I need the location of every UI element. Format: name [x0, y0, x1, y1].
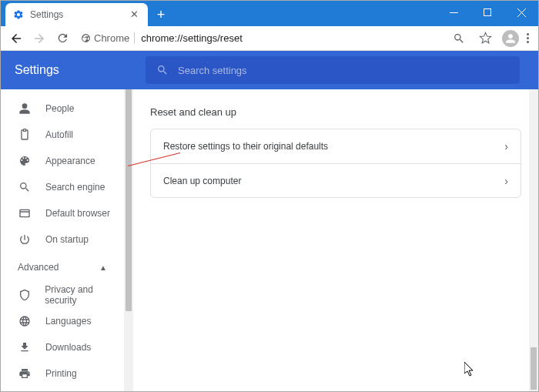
sidebar-item-people[interactable]: People — [1, 95, 124, 122]
settings-search[interactable]: Search settings — [146, 56, 520, 84]
print-icon — [18, 367, 32, 380]
search-placeholder: Search settings — [178, 65, 247, 76]
tab-title: Settings — [30, 9, 128, 20]
advanced-label: Advanced — [18, 262, 59, 273]
sidebar-item-label: Default browser — [45, 208, 110, 219]
sidebar-scrollbar[interactable] — [124, 89, 133, 391]
sidebar-item-startup[interactable]: On startup — [1, 226, 124, 253]
mouse-cursor-icon — [464, 362, 475, 377]
origin-chip: Chrome — [81, 32, 135, 44]
reload-button[interactable] — [53, 29, 72, 48]
sidebar-item-downloads[interactable]: Downloads — [1, 334, 124, 360]
address-bar: Chrome chrome://settings/reset — [1, 26, 538, 51]
origin-label: Chrome — [94, 32, 129, 44]
menu-kebab-icon[interactable] — [527, 33, 529, 43]
scrollbar-thumb[interactable] — [126, 89, 132, 311]
chevron-up-icon: ▲ — [99, 263, 107, 272]
svg-rect-1 — [484, 9, 491, 16]
row-restore-defaults[interactable]: Restore settings to their original defau… — [151, 129, 521, 163]
browser-icon — [18, 206, 32, 220]
sidebar-item-default-browser[interactable]: Default browser — [1, 200, 124, 226]
row-clean-up[interactable]: Clean up computer › — [151, 163, 521, 197]
sidebar-item-label: People — [45, 103, 74, 114]
download-icon — [18, 340, 32, 354]
omnibox[interactable]: Chrome chrome://settings/reset — [81, 32, 445, 44]
sidebar-item-printing[interactable]: Printing — [1, 360, 124, 387]
bookmark-star-icon[interactable] — [476, 29, 494, 48]
sidebar-item-accessibility[interactable]: Accessibility — [1, 387, 124, 391]
sidebar-item-label: Search engine — [45, 182, 105, 193]
sidebar-item-label: Privacy and security — [45, 284, 124, 306]
search-icon[interactable] — [450, 29, 468, 48]
sidebar-item-label: Languages — [45, 316, 91, 327]
window-close-button[interactable] — [504, 1, 538, 24]
main-content: Reset and clean up Restore settings to t… — [133, 89, 538, 391]
new-tab-button[interactable]: + — [151, 5, 171, 25]
magnify-icon — [18, 180, 32, 194]
sidebar-item-label: Printing — [45, 368, 77, 379]
appbar-title: Settings — [15, 63, 130, 77]
window-maximize-button[interactable] — [470, 1, 504, 24]
globe-icon — [18, 314, 32, 328]
sidebar-item-label: Downloads — [45, 342, 91, 353]
search-icon — [156, 64, 169, 76]
power-icon — [18, 233, 32, 246]
sidebar-item-label: Appearance — [45, 156, 95, 166]
window-minimize-button[interactable] — [437, 1, 470, 24]
sidebar-item-label: Autofill — [45, 129, 73, 140]
chevron-right-icon: › — [504, 175, 508, 187]
person-icon — [18, 102, 32, 116]
main-scrollbar[interactable] — [529, 89, 538, 391]
forward-button[interactable] — [30, 29, 49, 48]
sidebar-item-search-engine[interactable]: Search engine — [1, 174, 124, 200]
sidebar-item-appearance[interactable]: Appearance — [1, 148, 124, 174]
shield-icon — [18, 288, 31, 302]
chevron-right-icon: › — [504, 140, 508, 152]
section-title: Reset and clean up — [150, 106, 521, 118]
scrollbar-thumb[interactable] — [531, 347, 537, 390]
sidebar: People Autofill Appearance Search engine… — [1, 89, 133, 391]
row-label: Restore settings to their original defau… — [163, 141, 328, 152]
sidebar-advanced-toggle[interactable]: Advanced ▲ — [1, 253, 124, 282]
window-titlebar: Settings ✕ + — [1, 1, 538, 26]
back-button[interactable] — [7, 29, 25, 48]
sidebar-item-autofill[interactable]: Autofill — [1, 122, 124, 148]
sidebar-item-label: On startup — [45, 234, 89, 245]
row-label: Clean up computer — [163, 176, 241, 186]
clipboard-icon — [18, 128, 32, 142]
sidebar-item-languages[interactable]: Languages — [1, 308, 124, 334]
gear-icon — [13, 9, 24, 20]
settings-appbar: Settings Search settings — [1, 51, 538, 89]
profile-avatar[interactable] — [502, 30, 519, 47]
sidebar-item-privacy[interactable]: Privacy and security — [1, 282, 124, 308]
settings-card: Restore settings to their original defau… — [150, 129, 521, 198]
url-text: chrome://settings/reset — [135, 32, 243, 44]
palette-icon — [18, 154, 32, 168]
browser-tab[interactable]: Settings ✕ — [5, 3, 148, 26]
close-tab-icon[interactable]: ✕ — [128, 8, 140, 21]
